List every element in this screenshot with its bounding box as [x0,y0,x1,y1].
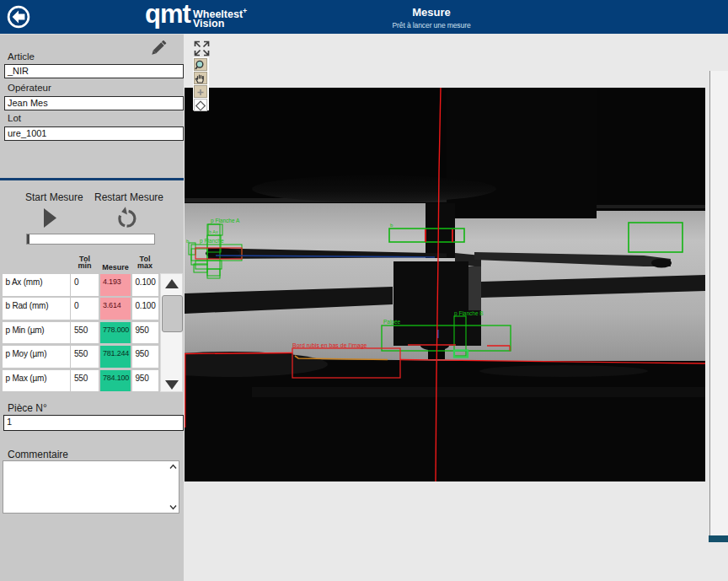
svg-text:p Flanche A: p Flanche A [211,218,240,224]
svg-text:p Flanche: p Flanche [200,238,224,245]
svg-text:Palpée: Palpée [383,319,401,325]
svg-text:b Ax: b Ax [209,229,218,234]
svg-text:Bord rubis en bas de l'image: Bord rubis en bas de l'image [292,342,367,349]
